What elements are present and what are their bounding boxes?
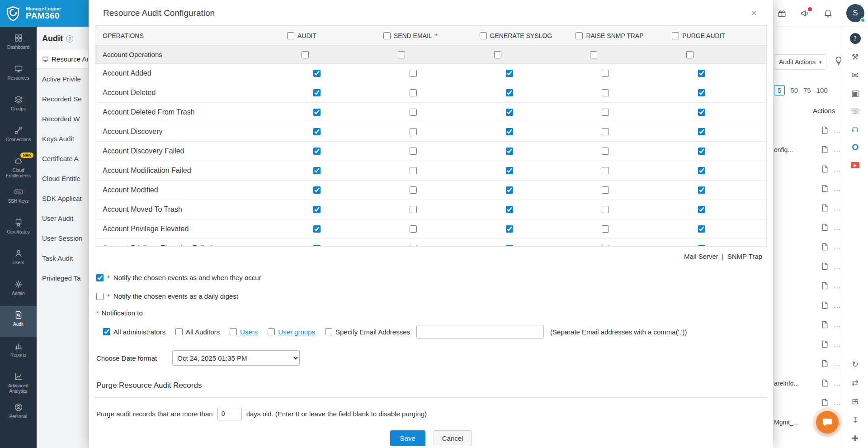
history-icon[interactable]: ↻ bbox=[850, 358, 861, 369]
page-size-option[interactable]: 5 bbox=[774, 85, 785, 95]
email-addresses-input[interactable] bbox=[416, 325, 544, 338]
apps-icon[interactable]: ⊞ bbox=[850, 396, 861, 406]
send-email-checkbox[interactable] bbox=[410, 109, 417, 116]
plus-icon[interactable]: ✚ bbox=[850, 433, 861, 443]
group-select-checkbox[interactable] bbox=[398, 51, 405, 58]
page-size-option[interactable]: 100 bbox=[816, 86, 828, 94]
download-icon[interactable]: ↧ bbox=[850, 414, 861, 425]
wrench-icon[interactable]: ⚒ bbox=[850, 51, 861, 62]
send-email-checkbox[interactable] bbox=[410, 225, 417, 233]
close-icon[interactable]: × bbox=[751, 8, 757, 18]
audit-checkbox[interactable] bbox=[313, 89, 321, 96]
sidebar-item[interactable]: Groups bbox=[0, 91, 37, 121]
swirl-icon[interactable] bbox=[850, 142, 861, 153]
generate-syslog-checkbox[interactable] bbox=[506, 148, 513, 155]
document-icon[interactable] bbox=[821, 145, 829, 154]
document-icon[interactable] bbox=[821, 340, 829, 348]
raise-snmp-trap-checkbox[interactable] bbox=[602, 167, 609, 174]
save-button[interactable]: Save bbox=[390, 430, 425, 446]
audit-menu-item[interactable]: Recorded Se bbox=[37, 89, 88, 109]
recipient-option[interactable]: Specify Email Addresses bbox=[325, 328, 410, 336]
sidebar-item[interactable]: Users bbox=[0, 244, 37, 275]
purge-audit-checkbox[interactable] bbox=[698, 148, 705, 155]
raise-snmp-trap-checkbox[interactable] bbox=[602, 70, 609, 77]
column-select-all-checkbox[interactable] bbox=[383, 32, 391, 39]
sidebar-item[interactable]: Resources bbox=[0, 60, 37, 91]
announcements-button[interactable] bbox=[800, 9, 810, 18]
recipient-option[interactable]: User groups bbox=[268, 328, 315, 336]
send-email-checkbox[interactable] bbox=[410, 148, 417, 155]
column-select-all-checkbox[interactable] bbox=[480, 32, 487, 39]
notify-checkbox[interactable] bbox=[96, 293, 104, 300]
audit-checkbox[interactable] bbox=[313, 225, 321, 233]
document-icon[interactable] bbox=[821, 281, 829, 290]
document-icon[interactable] bbox=[821, 184, 829, 193]
sidebar-item[interactable]: Certificates bbox=[0, 214, 37, 244]
document-icon[interactable] bbox=[821, 359, 829, 368]
audit-menu-item[interactable]: Privileged Ta bbox=[37, 268, 88, 288]
headset-icon[interactable] bbox=[850, 124, 861, 134]
document-icon[interactable] bbox=[821, 301, 829, 310]
recipient-option[interactable]: All administrators bbox=[103, 328, 165, 336]
audit-menu-item[interactable]: Recorded W bbox=[37, 109, 88, 129]
document-icon[interactable] bbox=[821, 204, 829, 212]
phone-icon[interactable]: ☏ bbox=[850, 105, 861, 116]
audit-checkbox[interactable] bbox=[313, 128, 321, 135]
notify-option[interactable]: * Notify the chosen events as a daily di… bbox=[96, 292, 773, 300]
document-icon[interactable] bbox=[821, 126, 829, 134]
column-select-all-checkbox[interactable] bbox=[287, 32, 294, 39]
raise-snmp-trap-checkbox[interactable] bbox=[602, 109, 609, 116]
purge-audit-checkbox[interactable] bbox=[698, 225, 705, 233]
audit-menu-item[interactable]: Task Audit bbox=[37, 248, 88, 268]
send-email-checkbox[interactable] bbox=[410, 89, 417, 96]
video-icon[interactable]: ▶ bbox=[850, 160, 861, 171]
sidebar-item[interactable]: Dashboard bbox=[0, 29, 37, 60]
purge-audit-checkbox[interactable] bbox=[698, 167, 705, 174]
raise-snmp-trap-checkbox[interactable] bbox=[602, 148, 609, 155]
audit-menu-item[interactable]: User Session bbox=[37, 228, 88, 248]
sidebar-item[interactable]: Connections bbox=[0, 121, 37, 152]
generate-syslog-checkbox[interactable] bbox=[506, 70, 513, 77]
raise-snmp-trap-checkbox[interactable] bbox=[602, 206, 609, 213]
purge-audit-checkbox[interactable] bbox=[698, 206, 705, 213]
column-select-all-checkbox[interactable] bbox=[576, 32, 583, 39]
recipient-checkbox[interactable] bbox=[103, 328, 110, 335]
recipient-checkbox[interactable] bbox=[230, 328, 237, 335]
generate-syslog-checkbox[interactable] bbox=[506, 128, 513, 135]
audit-checkbox[interactable] bbox=[313, 148, 321, 155]
audit-menu-item[interactable]: Keys Audit bbox=[37, 129, 88, 148]
recipient-checkbox[interactable] bbox=[268, 328, 275, 335]
audit-menu-item[interactable]: Active Privile bbox=[37, 69, 88, 89]
bell-icon[interactable] bbox=[823, 9, 833, 18]
send-email-checkbox[interactable] bbox=[410, 186, 417, 194]
document-icon[interactable] bbox=[821, 379, 829, 387]
document-icon[interactable] bbox=[821, 165, 829, 173]
generate-syslog-checkbox[interactable] bbox=[506, 109, 513, 116]
audit-menu-item[interactable]: User Audit bbox=[37, 208, 88, 228]
send-email-checkbox[interactable] bbox=[410, 167, 417, 174]
purge-days-input[interactable] bbox=[217, 407, 242, 420]
question-circle-icon[interactable]: ? bbox=[66, 35, 73, 43]
purge-audit-checkbox[interactable] bbox=[698, 109, 705, 116]
purge-audit-checkbox[interactable] bbox=[698, 128, 705, 135]
group-select-checkbox[interactable] bbox=[590, 51, 597, 58]
document-icon[interactable] bbox=[821, 320, 829, 329]
audit-checkbox[interactable] bbox=[313, 167, 321, 174]
swap-icon[interactable]: ⇄ bbox=[850, 377, 861, 388]
snmp-trap-link[interactable]: SNMP Trap bbox=[727, 253, 762, 260]
audit-checkbox[interactable] bbox=[313, 206, 321, 213]
cancel-button[interactable]: Cancel bbox=[434, 430, 472, 446]
sidebar-item[interactable]: Personal bbox=[0, 398, 37, 429]
audit-menu-item[interactable]: Resource Au bbox=[37, 49, 88, 69]
sidebar-item[interactable]: Audit bbox=[0, 306, 37, 337]
column-select-all-checkbox[interactable] bbox=[672, 32, 679, 39]
generate-syslog-checkbox[interactable] bbox=[506, 167, 513, 174]
raise-snmp-trap-checkbox[interactable] bbox=[602, 186, 609, 194]
send-email-checkbox[interactable] bbox=[410, 128, 417, 135]
generate-syslog-checkbox[interactable] bbox=[506, 186, 513, 194]
generate-syslog-checkbox[interactable] bbox=[506, 206, 513, 213]
group-select-checkbox[interactable] bbox=[686, 51, 693, 58]
group-select-checkbox[interactable] bbox=[494, 51, 501, 58]
audit-actions-dropdown[interactable]: Audit Actions ▾ bbox=[774, 54, 826, 70]
purge-audit-checkbox[interactable] bbox=[698, 89, 705, 96]
